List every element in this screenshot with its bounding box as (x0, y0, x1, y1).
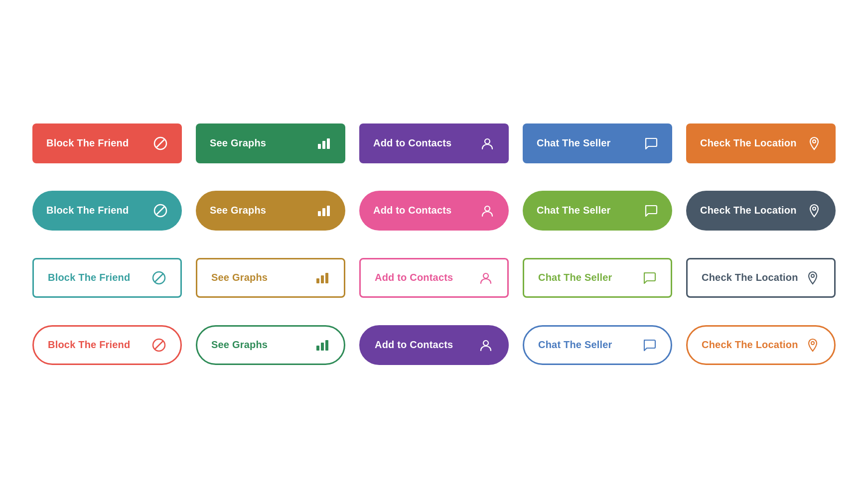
button-label-add-contacts-4: Add to Contacts (375, 339, 478, 351)
button-icon-block (151, 270, 166, 285)
button-row-row1: Block The Friend See Graphs Add to Conta… (10, 123, 858, 163)
block-friend-4[interactable]: Block The Friend (32, 325, 182, 365)
add-contacts-4[interactable]: Add to Contacts (359, 325, 509, 365)
block-friend-1[interactable]: Block The Friend (32, 123, 182, 163)
button-label-check-location-4: Check The Location (702, 339, 805, 351)
button-label-block-friend-4: Block The Friend (48, 339, 151, 351)
button-label-check-location-3: Check The Location (702, 272, 805, 283)
button-icon-block (151, 338, 166, 353)
button-icon-graphs (315, 338, 330, 353)
svg-line-15 (154, 273, 163, 282)
svg-point-26 (483, 341, 488, 346)
svg-rect-10 (322, 208, 325, 216)
button-icon-graphs (315, 270, 330, 285)
button-label-block-friend-3: Block The Friend (48, 272, 151, 283)
svg-rect-24 (321, 343, 324, 351)
button-icon-location (807, 203, 822, 218)
chat-seller-4[interactable]: Chat The Seller (523, 325, 672, 365)
chat-seller-3[interactable]: Chat The Seller (523, 258, 672, 298)
svg-point-6 (813, 140, 816, 143)
add-contacts-1[interactable]: Add to Contacts (359, 123, 509, 163)
button-icon-location (805, 270, 820, 285)
check-location-3[interactable]: Check The Location (686, 258, 836, 298)
see-graphs-2[interactable]: See Graphs (196, 191, 345, 231)
button-label-chat-seller-3: Chat The Seller (538, 272, 642, 283)
svg-line-22 (154, 341, 163, 350)
svg-rect-25 (325, 340, 328, 351)
button-label-check-location-2: Check The Location (700, 205, 807, 216)
svg-point-5 (485, 139, 490, 144)
svg-rect-9 (318, 211, 321, 216)
check-location-1[interactable]: Check The Location (686, 123, 836, 163)
button-row-row3: Block The Friend See Graphs Add to Conta… (10, 258, 858, 298)
button-icon-contact (480, 203, 495, 218)
svg-point-13 (813, 207, 816, 210)
button-label-chat-seller-1: Chat The Seller (537, 137, 643, 149)
button-icon-graphs (316, 136, 331, 151)
button-icon-chat (643, 136, 658, 151)
button-icon-contact (478, 338, 493, 353)
block-friend-2[interactable]: Block The Friend (32, 191, 182, 231)
button-label-see-graphs-4: See Graphs (211, 339, 315, 351)
check-location-4[interactable]: Check The Location (686, 325, 836, 365)
see-graphs-1[interactable]: See Graphs (196, 123, 345, 163)
button-icon-chat (642, 270, 657, 285)
svg-line-8 (156, 206, 165, 215)
block-friend-3[interactable]: Block The Friend (32, 258, 182, 298)
chat-seller-1[interactable]: Chat The Seller (523, 123, 672, 163)
button-label-see-graphs-1: See Graphs (210, 137, 316, 149)
button-row-row4: Block The Friend See Graphs Add to Conta… (10, 325, 858, 365)
button-icon-graphs (316, 203, 331, 218)
button-label-block-friend-2: Block The Friend (46, 205, 153, 216)
add-contacts-2[interactable]: Add to Contacts (359, 191, 509, 231)
svg-rect-3 (322, 141, 325, 149)
svg-point-27 (811, 342, 814, 345)
svg-point-12 (485, 206, 490, 211)
button-label-chat-seller-2: Chat The Seller (537, 205, 643, 216)
svg-rect-17 (321, 275, 324, 283)
svg-line-1 (156, 139, 165, 148)
svg-point-20 (811, 274, 814, 277)
add-contacts-3[interactable]: Add to Contacts (359, 258, 509, 298)
button-label-add-contacts-2: Add to Contacts (373, 205, 480, 216)
button-icon-contact (480, 136, 495, 151)
svg-rect-4 (327, 138, 330, 149)
check-location-2[interactable]: Check The Location (686, 191, 836, 231)
button-row-row2: Block The Friend See Graphs Add to Conta… (10, 191, 858, 231)
see-graphs-4[interactable]: See Graphs (196, 325, 345, 365)
button-label-block-friend-1: Block The Friend (46, 137, 153, 149)
button-label-add-contacts-1: Add to Contacts (373, 137, 480, 149)
button-icon-block (153, 136, 168, 151)
button-icon-chat (642, 338, 657, 353)
svg-rect-23 (316, 346, 319, 351)
svg-rect-11 (327, 206, 330, 216)
button-icon-chat (643, 203, 658, 218)
button-icon-contact (478, 270, 493, 285)
svg-rect-2 (318, 144, 321, 149)
button-icon-location (805, 338, 820, 353)
button-label-add-contacts-3: Add to Contacts (375, 272, 478, 283)
see-graphs-3[interactable]: See Graphs (196, 258, 345, 298)
svg-rect-18 (325, 273, 328, 283)
button-label-see-graphs-3: See Graphs (211, 272, 315, 283)
svg-point-19 (483, 273, 488, 278)
button-icon-location (807, 136, 822, 151)
button-icon-block (153, 203, 168, 218)
button-label-check-location-1: Check The Location (700, 137, 807, 149)
chat-seller-2[interactable]: Chat The Seller (523, 191, 672, 231)
svg-rect-16 (316, 278, 319, 283)
button-label-see-graphs-2: See Graphs (210, 205, 316, 216)
button-label-chat-seller-4: Chat The Seller (538, 339, 642, 351)
